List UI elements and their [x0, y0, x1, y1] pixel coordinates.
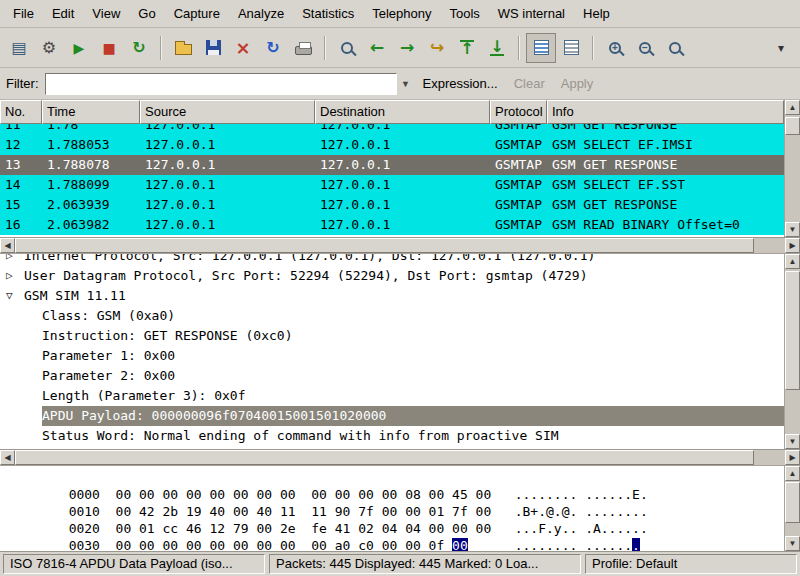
details-vscrollbar[interactable]: ▲ ▼	[784, 254, 800, 449]
column-header-time[interactable]: Time	[42, 100, 140, 124]
scroll-trough[interactable]	[15, 238, 785, 253]
packet-row[interactable]: 16 2.063982 127.0.0.1 127.0.0.1 GSMTAP G…	[0, 215, 784, 235]
detail-line[interactable]: Status Word: Normal ending of command wi…	[0, 426, 784, 446]
hex-offset: 0030	[69, 537, 100, 551]
start-capture-button[interactable]: ▶	[64, 33, 94, 63]
menu-item-capture[interactable]: Capture	[165, 1, 229, 26]
hex-bytes[interactable]: 00 00 00 00 00 00 00 0000 00 00 00 08 00…	[116, 486, 492, 503]
hex-bytes[interactable]: 00 42 2b 19 40 00 40 1111 90 7f 00 00 01…	[116, 503, 492, 520]
packet-details: ▷ Internet Protocol, Src: 127.0.0.1 (127…	[0, 254, 784, 449]
menu-item-file[interactable]: File	[4, 1, 43, 26]
save-file-button[interactable]	[198, 33, 228, 63]
detail-line-selected[interactable]: APDU Payload: 000000096f0704001500150102…	[0, 406, 784, 426]
packet-row-selected[interactable]: 13 1.788078 127.0.0.1 127.0.0.1 GSMTAP G…	[0, 155, 784, 175]
packet-row[interactable]: 12 1.788053 127.0.0.1 127.0.0.1 GSMTAP G…	[0, 135, 784, 155]
zoom-normal-icon	[669, 42, 681, 54]
zoom-out-button[interactable]: −	[630, 33, 660, 63]
scroll-thumb[interactable]	[785, 482, 800, 523]
detail-line[interactable]: Parameter 1: 0x00	[0, 346, 784, 366]
scroll-trough[interactable]	[785, 115, 800, 222]
scroll-thumb[interactable]	[785, 271, 800, 390]
packet-list-vscrollbar[interactable]: ▲ ▼	[784, 100, 800, 237]
go-back-button[interactable]: ←	[362, 33, 392, 63]
expression-button[interactable]: Expression...	[415, 73, 506, 94]
expander-icon[interactable]: ▷	[6, 266, 24, 286]
packet-row[interactable]: 11 1.78 127.0.0.1 127.0.0.1 GSMTAP GSM G…	[0, 124, 784, 135]
menu-item-statistics[interactable]: Statistics	[293, 1, 363, 26]
scroll-thumb[interactable]	[15, 238, 754, 253]
expander-icon[interactable]: ▽	[6, 286, 24, 306]
menu-item-tools[interactable]: Tools	[440, 1, 488, 26]
go-forward-button[interactable]: →	[392, 33, 422, 63]
detail-line[interactable]: ▷ User Datagram Protocol, Src Port: 5229…	[0, 266, 784, 286]
hex-row[interactable]: 000000 00 00 00 00 00 00 0000 00 00 00 0…	[6, 469, 784, 486]
detail-line[interactable]: Instruction: GET RESPONSE (0xc0)	[0, 326, 784, 346]
scroll-left-button[interactable]: ◀	[0, 238, 15, 253]
menu-item-edit[interactable]: Edit	[43, 1, 83, 26]
scroll-up-button[interactable]: ▲	[785, 254, 800, 269]
column-header-source[interactable]: Source	[140, 100, 315, 124]
detail-line[interactable]: ▷ Internet Protocol, Src: 127.0.0.1 (127…	[0, 254, 784, 266]
filter-input[interactable]	[45, 73, 397, 95]
detail-line[interactable]: Parameter 2: 0x00	[0, 366, 784, 386]
scroll-down-button[interactable]: ▼	[785, 434, 800, 449]
open-file-button[interactable]	[168, 33, 198, 63]
scroll-thumb[interactable]	[15, 450, 754, 465]
status-profile[interactable]: Profile: Default	[585, 554, 797, 574]
go-to-packet-button[interactable]: ↪	[422, 33, 452, 63]
menu-item-help[interactable]: Help	[574, 1, 619, 26]
find-packet-button[interactable]	[332, 33, 362, 63]
scroll-thumb[interactable]	[785, 117, 800, 135]
list-interfaces-button[interactable]: ▤	[4, 33, 34, 63]
clear-button[interactable]: Clear	[506, 73, 553, 94]
filter-label[interactable]: Filter:	[6, 76, 39, 91]
column-header-no[interactable]: No.	[0, 100, 42, 124]
bytes-vscrollbar[interactable]: ▲ ▼	[784, 466, 800, 551]
column-header-info[interactable]: Info	[547, 100, 784, 124]
zoom-in-button[interactable]: +	[600, 33, 630, 63]
menu-item-telephony[interactable]: Telephony	[363, 1, 440, 26]
scroll-down-button[interactable]: ▼	[785, 536, 800, 551]
menu-item-ws-internal[interactable]: WS internal	[489, 1, 574, 26]
scroll-up-button[interactable]: ▲	[785, 466, 800, 481]
print-button[interactable]	[288, 33, 318, 63]
scroll-right-button[interactable]: ▶	[785, 450, 800, 465]
hex-bytes[interactable]: 00 01 cc 46 12 79 00 2efe 41 02 04 04 00…	[116, 520, 492, 537]
hex-bytes[interactable]: 00 00 00 00 00 00 00 0000 a0 c0 00 00 0f…	[116, 537, 492, 551]
scroll-left-button[interactable]: ◀	[0, 450, 15, 465]
detail-line[interactable]: ▽ GSM SIM 11.11	[0, 286, 784, 306]
scroll-trough[interactable]	[15, 450, 785, 465]
zoom-normal-button[interactable]	[660, 33, 690, 63]
menu-item-view[interactable]: View	[83, 1, 129, 26]
packet-row[interactable]: 14 1.788099 127.0.0.1 127.0.0.1 GSMTAP G…	[0, 175, 784, 195]
details-hscrollbar[interactable]: ◀ ▶	[0, 450, 800, 466]
reload-button[interactable]: ↻	[258, 33, 288, 63]
capture-options-button[interactable]: ⚙	[34, 33, 64, 63]
detail-line[interactable]: Length (Parameter 3): 0x0f	[0, 386, 784, 406]
detail-line-clipped[interactable]: ▷ Internet Protocol, Src: 127.0.0.1 (127…	[0, 254, 784, 266]
scroll-right-button[interactable]: ▶	[785, 238, 800, 253]
toolbar-overflow-button[interactable]: ▾	[766, 33, 796, 63]
expander-icon[interactable]: ▷	[6, 254, 24, 266]
close-file-button[interactable]: ×	[228, 33, 258, 63]
scroll-trough[interactable]	[785, 481, 800, 536]
column-header-protocol[interactable]: Protocol	[490, 100, 547, 124]
go-to-bottom-button[interactable]: ↓	[482, 33, 512, 63]
column-header-destination[interactable]: Destination	[315, 100, 490, 124]
restart-capture-button[interactable]: ↻	[124, 33, 154, 63]
scroll-up-button[interactable]: ▲	[785, 100, 800, 115]
packet-row[interactable]: 15 2.063939 127.0.0.1 127.0.0.1 GSMTAP G…	[0, 195, 784, 215]
detail-line[interactable]: Class: GSM (0xa0)	[0, 306, 784, 326]
go-to-top-button[interactable]: ↑	[452, 33, 482, 63]
scroll-trough[interactable]	[785, 269, 800, 434]
scroll-down-button[interactable]: ▼	[785, 222, 800, 237]
colorize-list-button[interactable]	[526, 33, 556, 63]
stop-capture-button[interactable]: ■	[94, 33, 124, 63]
menu-item-analyze[interactable]: Analyze	[229, 1, 293, 26]
apply-button[interactable]: Apply	[553, 73, 602, 94]
packet-list-hscrollbar[interactable]: ◀ ▶	[0, 238, 800, 254]
auto-scroll-button[interactable]	[556, 33, 586, 63]
filter-dropdown-button[interactable]: ▼	[397, 73, 415, 95]
packet-row-clipped[interactable]: 11 1.78 127.0.0.1 127.0.0.1 GSMTAP GSM G…	[0, 124, 784, 135]
menu-item-go[interactable]: Go	[129, 1, 164, 26]
